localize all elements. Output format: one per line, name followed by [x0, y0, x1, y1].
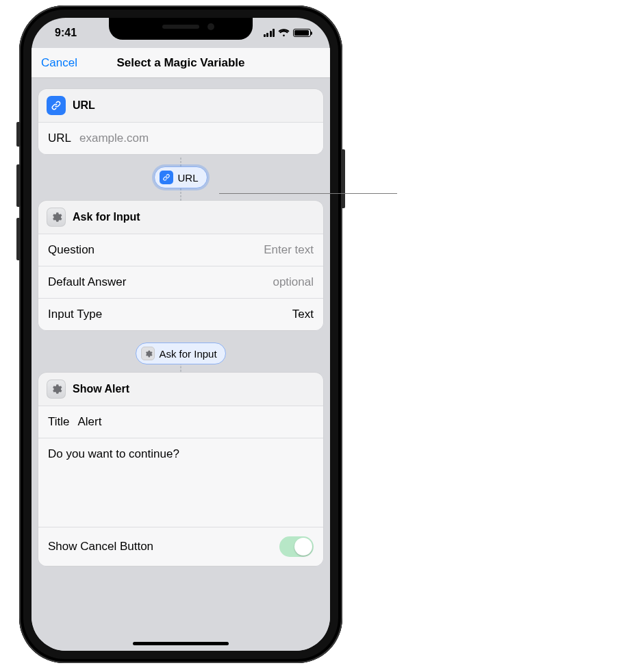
question-placeholder: Enter text [264, 243, 314, 257]
home-indicator[interactable] [133, 642, 229, 645]
link-icon [47, 96, 66, 115]
cancel-button[interactable]: Cancel [41, 56, 77, 70]
magic-variable-ask-for-input[interactable]: Ask for Input [136, 343, 225, 364]
show-cancel-row: Show Cancel Button [38, 527, 323, 566]
url-field-label: URL [48, 132, 71, 145]
card-header: URL [38, 89, 323, 122]
card-header: Show Alert [38, 373, 323, 406]
notch [109, 18, 253, 40]
input-type-label: Input Type [48, 308, 102, 321]
question-label: Question [48, 243, 94, 257]
nav-bar: Cancel Select a Magic Variable [31, 48, 330, 78]
input-type-value: Text [292, 308, 314, 321]
wifi-icon [278, 29, 290, 37]
default-answer-placeholder: optional [273, 275, 314, 289]
url-field-row[interactable]: URL example.com [38, 122, 323, 154]
battery-icon [293, 29, 311, 37]
input-type-row[interactable]: Input Type Text [38, 298, 323, 330]
screen: 9:41 Cancel Select a Magic Variable [31, 18, 330, 651]
callout-line [219, 193, 397, 194]
action-card-url[interactable]: URL URL example.com [38, 89, 323, 154]
show-cancel-toggle[interactable] [279, 536, 314, 557]
question-row[interactable]: Question Enter text [38, 234, 323, 266]
pill-label: Ask for Input [159, 348, 216, 360]
pill-label: URL [177, 172, 198, 184]
card-header: Ask for Input [38, 201, 323, 234]
action-card-ask-for-input[interactable]: Ask for Input Question Enter text Defaul… [38, 201, 323, 330]
side-button-volume-down [16, 218, 21, 260]
alert-title-value: Alert [78, 415, 102, 429]
link-icon [160, 171, 173, 184]
alert-title-label: Title [48, 415, 70, 429]
gear-icon [47, 208, 66, 227]
cellular-icon [264, 29, 275, 37]
alert-title-row[interactable]: Title Alert [38, 406, 323, 438]
show-cancel-label: Show Cancel Button [48, 540, 153, 553]
card-title: Ask for Input [73, 211, 140, 223]
iphone-device-frame: 9:41 Cancel Select a Magic Variable [19, 5, 342, 663]
card-title: Show Alert [73, 383, 129, 395]
nav-title: Select a Magic Variable [116, 56, 244, 70]
status-time: 9:41 [55, 27, 77, 39]
action-card-show-alert[interactable]: Show Alert Title Alert Do you want to co… [38, 373, 323, 566]
alert-message-text: Do you want to continue? [48, 447, 179, 460]
content-area: URL URL example.com URL [31, 78, 330, 651]
side-button-volume-up [16, 164, 21, 207]
side-button-power [341, 149, 345, 208]
url-field-placeholder: example.com [79, 132, 149, 145]
side-button-mute [16, 122, 21, 147]
default-answer-row[interactable]: Default Answer optional [38, 266, 323, 298]
alert-message-row[interactable]: Do you want to continue? [38, 438, 323, 527]
magic-variable-url[interactable]: URL [154, 166, 207, 188]
gear-icon [47, 379, 66, 399]
status-right [264, 29, 312, 37]
card-title: URL [73, 99, 95, 112]
default-answer-label: Default Answer [48, 275, 126, 289]
gear-icon [141, 347, 155, 360]
